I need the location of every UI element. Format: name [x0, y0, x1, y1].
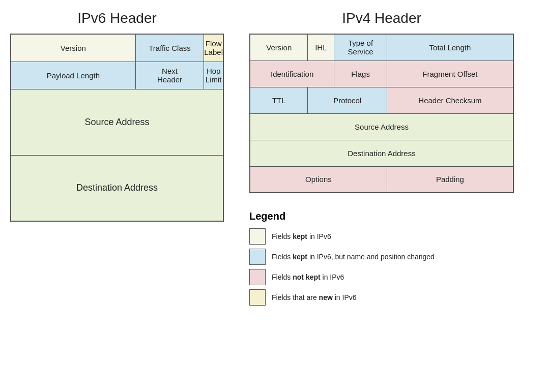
ipv4-identification: Identification	[250, 61, 334, 87]
legend-box-changed	[249, 249, 266, 265]
legend-item-new: Fields that are new in IPv6	[249, 289, 514, 306]
ipv4-source-address: Source Address	[250, 113, 513, 140]
ipv4-ihl: IHL	[308, 34, 334, 61]
ipv6-traffic-class: Traffic Class	[135, 34, 204, 62]
legend-item-changed: Fields kept in IPv6, but name and positi…	[249, 249, 514, 265]
ipv6-row-2: Payload Length NextHeader HopLimit	[11, 62, 223, 89]
ipv6-next-header: NextHeader	[135, 62, 204, 89]
legend-box-new	[249, 289, 266, 306]
legend-text-kept: Fields kept in IPv6	[272, 232, 331, 240]
ipv4-destination-address: Destination Address	[250, 140, 513, 166]
ipv4-table: Version IHL Type of Service Total Length…	[249, 34, 514, 193]
ipv4-tos: Type of Service	[334, 34, 387, 61]
legend: Legend Fields kept in IPv6 Fields kept i…	[249, 205, 514, 315]
legend-text-notkept: Fields not kept in IPv6	[272, 273, 344, 281]
ipv4-total-length: Total Length	[387, 34, 513, 61]
ipv6-title: IPv6 Header	[77, 10, 157, 26]
legend-item-kept: Fields kept in IPv6	[249, 228, 514, 245]
ipv4-options: Options	[250, 166, 387, 193]
ipv6-source-row: Source Address	[11, 89, 223, 155]
legend-title: Legend	[249, 210, 514, 222]
ipv4-header-checksum: Header Checksum	[387, 87, 513, 113]
ipv4-row-3: TTL Protocol Header Checksum	[250, 87, 513, 113]
ipv4-fragment-offset: Fragment Offset	[387, 61, 513, 87]
ipv4-dest-row: Destination Address	[250, 140, 513, 166]
ipv4-title: IPv4 Header	[342, 10, 421, 26]
ipv6-version: Version	[11, 34, 135, 62]
legend-text-new: Fields that are new in IPv6	[272, 293, 357, 301]
ipv6-source-address: Source Address	[11, 89, 223, 155]
ipv4-padding: Padding	[387, 166, 513, 193]
ipv4-ttl: TTL	[250, 87, 308, 113]
ipv4-row-1: Version IHL Type of Service Total Length	[250, 34, 513, 61]
ipv4-version: Version	[250, 34, 308, 61]
legend-box-kept	[249, 228, 266, 245]
legend-text-changed: Fields kept in IPv6, but name and positi…	[272, 253, 435, 261]
ipv6-flow-label: Flow Label	[204, 34, 223, 62]
ipv6-hop-limit: HopLimit	[204, 62, 223, 89]
ipv4-section: IPv4 Header Version IHL Type of Service …	[244, 10, 519, 315]
ipv4-flags: Flags	[334, 61, 387, 87]
ipv6-destination-address: Destination Address	[11, 155, 223, 221]
ipv6-dest-row: Destination Address	[11, 155, 223, 221]
ipv4-options-row: Options Padding	[250, 166, 513, 193]
ipv4-row-2: Identification Flags Fragment Offset	[250, 61, 513, 87]
ipv4-protocol: Protocol	[308, 87, 387, 113]
main-container: IPv6 Header Version Traffic Class Flow L…	[10, 10, 538, 315]
ipv4-source-row: Source Address	[250, 113, 513, 140]
legend-box-notkept	[249, 269, 266, 285]
ipv6-section: IPv6 Header Version Traffic Class Flow L…	[10, 10, 224, 315]
ipv6-table: Version Traffic Class Flow Label Payload…	[10, 34, 224, 222]
ipv6-payload-length: Payload Length	[11, 62, 135, 89]
ipv6-row-1: Version Traffic Class Flow Label	[11, 34, 223, 62]
legend-item-notkept: Fields not kept in IPv6	[249, 269, 514, 285]
